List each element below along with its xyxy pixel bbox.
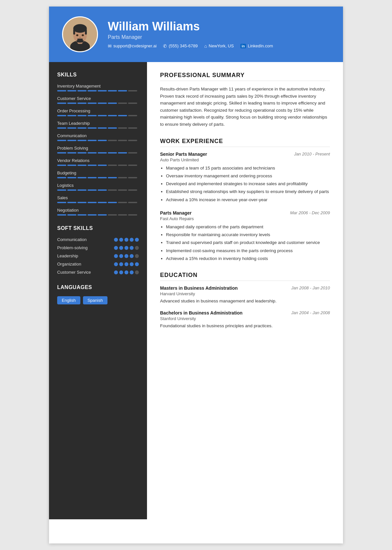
skill-bar bbox=[57, 103, 66, 104]
skill-item: Budgeting bbox=[57, 170, 139, 178]
soft-skill-dot bbox=[124, 246, 128, 250]
soft-skill-dot bbox=[119, 270, 123, 274]
skill-bar bbox=[77, 115, 87, 116]
skill-bar bbox=[67, 127, 76, 129]
soft-skill-dot bbox=[135, 262, 139, 266]
edu-date: Jan 2008 - Jan 2010 bbox=[291, 285, 330, 290]
soft-skill-item: Organization bbox=[57, 262, 139, 267]
skill-bars bbox=[57, 165, 139, 166]
skill-bar bbox=[67, 115, 76, 116]
skill-bar bbox=[57, 189, 66, 191]
soft-skill-name: Communication bbox=[57, 237, 87, 242]
skill-bar bbox=[108, 165, 117, 166]
skill-name: Logistics bbox=[57, 183, 139, 188]
skill-item: Sales bbox=[57, 195, 139, 203]
location-icon: ⌂ bbox=[204, 43, 207, 49]
soft-skill-dot bbox=[114, 270, 118, 274]
skill-bar bbox=[88, 103, 97, 104]
contact-linkedin: in LinkedIn.com bbox=[240, 43, 273, 48]
edu-school: Stanford University bbox=[160, 316, 330, 321]
job-company: Auto Parts Unlimited bbox=[160, 157, 330, 162]
job-bullet: Managed a team of 15 parts associates an… bbox=[166, 165, 330, 171]
contact-location: ⌂ NewYork, US bbox=[204, 43, 234, 49]
skill-bar bbox=[128, 202, 137, 203]
skill-bar bbox=[77, 103, 87, 104]
skill-bars bbox=[57, 214, 139, 216]
skill-bar bbox=[67, 214, 76, 216]
skill-bar bbox=[98, 140, 107, 141]
skill-bar bbox=[128, 177, 137, 178]
skill-bar bbox=[98, 214, 107, 216]
language-tag: English bbox=[57, 296, 80, 304]
soft-skill-dot bbox=[119, 262, 123, 266]
soft-skill-name: Leadership bbox=[57, 253, 78, 258]
skill-bar bbox=[88, 189, 97, 191]
svg-point-4 bbox=[73, 24, 87, 33]
soft-skill-dot bbox=[130, 254, 134, 258]
main-content: PROFESSIONAL SUMMARY Results-driven Part… bbox=[147, 62, 343, 519]
skill-bars bbox=[57, 140, 139, 141]
edu-header: Masters in Business AdministrationJan 20… bbox=[160, 285, 330, 291]
skill-bar bbox=[57, 177, 66, 178]
skill-item: Communication bbox=[57, 133, 139, 141]
skill-bar bbox=[128, 103, 137, 104]
svg-point-11 bbox=[76, 40, 84, 42]
job-date: Jan 2010 - Present bbox=[294, 152, 330, 156]
skill-bar bbox=[118, 165, 127, 166]
summary-text: Results-driven Parts Manager with 11 yea… bbox=[160, 86, 330, 128]
skill-item: Inventory Management bbox=[57, 84, 139, 91]
skill-bar bbox=[98, 189, 107, 191]
education-section: EDUCATION Masters in Business Administra… bbox=[160, 272, 330, 330]
skill-bar bbox=[88, 115, 97, 116]
job-bullet: Managed daily operations of the parts de… bbox=[166, 224, 330, 230]
job-item: Senior Parts ManagerJan 2010 - PresentAu… bbox=[160, 152, 330, 203]
job-header: Parts ManagerMar 2006 - Dec 2009 bbox=[160, 210, 330, 216]
skill-name: Sales bbox=[57, 195, 139, 200]
languages-section-title: LANGUAGES bbox=[57, 284, 139, 290]
job-company: Fast Auto Repairs bbox=[160, 216, 330, 221]
soft-skill-dot bbox=[114, 254, 118, 258]
skill-bar bbox=[77, 165, 87, 166]
avatar bbox=[62, 16, 98, 52]
education-item: Bachelors in Business AdministrationJan … bbox=[160, 310, 330, 329]
skill-bar bbox=[108, 103, 117, 104]
skill-bar bbox=[77, 140, 87, 141]
skill-bar bbox=[98, 90, 107, 91]
skill-bar bbox=[88, 127, 97, 129]
skill-bar bbox=[128, 152, 137, 154]
sidebar: SKILLS Inventory ManagementCustomer Serv… bbox=[49, 62, 147, 519]
edu-degree: Bachelors in Business Administration bbox=[160, 310, 242, 315]
skill-bar bbox=[98, 177, 107, 178]
skill-name: Team Leadership bbox=[57, 121, 139, 126]
skill-bar bbox=[128, 189, 137, 191]
skill-bars bbox=[57, 189, 139, 191]
summary-title: PROFESSIONAL SUMMARY bbox=[160, 72, 330, 81]
skill-bar bbox=[118, 127, 127, 129]
skill-bar bbox=[57, 165, 66, 166]
skill-bar bbox=[77, 189, 87, 191]
soft-skill-dot bbox=[124, 270, 128, 274]
skill-bar bbox=[108, 90, 117, 91]
soft-skill-dot bbox=[135, 270, 139, 274]
skill-item: Customer Service bbox=[57, 96, 139, 104]
skill-bar bbox=[108, 115, 117, 116]
contact-list: ✉ support@cvdesigner.ai ✆ (555) 345-6789… bbox=[108, 43, 330, 49]
skill-bar bbox=[88, 214, 97, 216]
soft-skill-dots bbox=[114, 270, 139, 274]
edu-header: Bachelors in Business AdministrationJan … bbox=[160, 310, 330, 315]
skill-bar bbox=[108, 202, 117, 203]
candidate-name: William Williams bbox=[108, 20, 330, 33]
skill-bar bbox=[88, 165, 97, 166]
skill-bar bbox=[128, 140, 137, 141]
skill-bar bbox=[67, 140, 76, 141]
job-bullet: Oversaw inventory management and orderin… bbox=[166, 173, 330, 179]
skill-bar bbox=[98, 152, 107, 154]
soft-skill-item: Customer Service bbox=[57, 270, 139, 275]
header-section: William Williams Parts Manager ✉ support… bbox=[49, 7, 343, 62]
soft-skill-dots bbox=[114, 246, 139, 250]
soft-skill-dot bbox=[130, 238, 134, 242]
skill-bar bbox=[88, 202, 97, 203]
skill-bar bbox=[67, 202, 76, 203]
skill-bars bbox=[57, 177, 139, 178]
svg-point-9 bbox=[79, 37, 81, 38]
